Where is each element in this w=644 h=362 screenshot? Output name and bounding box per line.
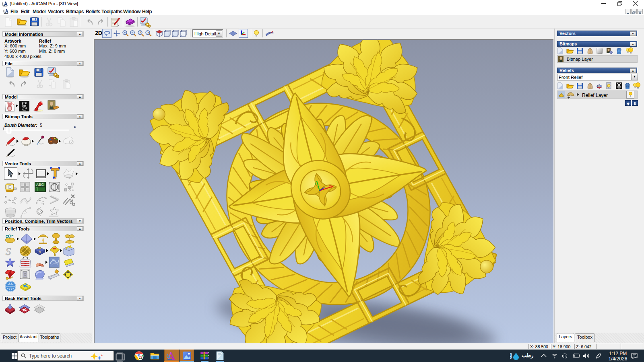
svg-text:b: b xyxy=(39,249,41,254)
svg-text:S: S xyxy=(6,246,11,257)
